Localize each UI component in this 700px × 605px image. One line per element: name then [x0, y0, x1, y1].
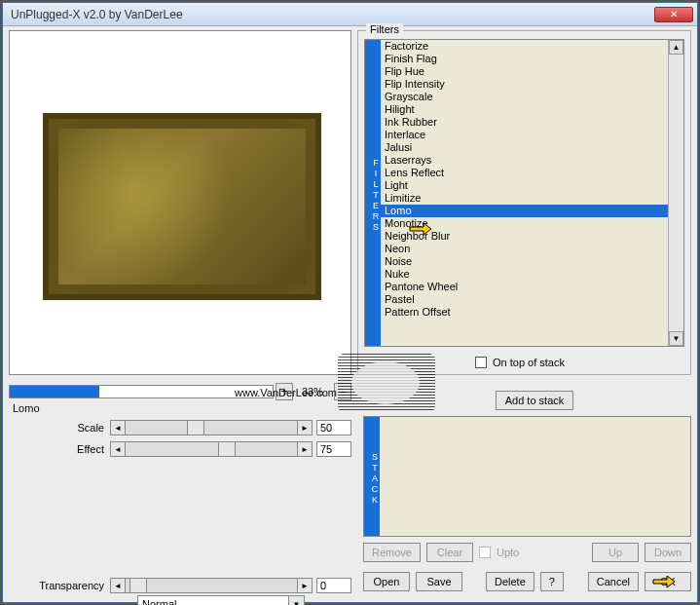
- filters-strip: FILTERS: [365, 40, 381, 346]
- filter-item[interactable]: Grayscale: [381, 91, 668, 103]
- filter-item[interactable]: Hilight: [381, 103, 668, 116]
- filter-item[interactable]: Lens Reflect: [381, 167, 668, 179]
- title-bar[interactable]: UnPlugged-X v2.0 by VanDerLee ✕: [3, 3, 697, 26]
- upto-group: Upto: [479, 547, 519, 558]
- filter-item[interactable]: Neighbor Blur: [381, 230, 668, 243]
- blend-value: Normal: [142, 598, 176, 605]
- close-button[interactable]: ✕: [654, 7, 693, 22]
- transp-thumb[interactable]: [129, 578, 147, 593]
- help-button[interactable]: ?: [540, 572, 564, 591]
- param-effect-row: Effect ◄ ►: [9, 439, 351, 459]
- down-button[interactable]: Down: [645, 543, 691, 562]
- remove-button[interactable]: Remove: [363, 543, 421, 562]
- effect-value[interactable]: [316, 441, 351, 457]
- scale-slider: ◄ ►: [110, 420, 313, 435]
- open-button[interactable]: Open: [363, 572, 410, 591]
- filter-item[interactable]: Laserrays: [381, 154, 668, 167]
- scale-right-arrow[interactable]: ►: [297, 420, 313, 435]
- upto-checkbox[interactable]: [479, 547, 491, 558]
- filter-item[interactable]: Jalusi: [381, 141, 668, 154]
- filter-item[interactable]: Pattern Offset: [381, 306, 668, 319]
- delete-button[interactable]: Delete: [486, 572, 534, 591]
- filter-item[interactable]: Pastel: [381, 293, 668, 306]
- filter-item[interactable]: Nuke: [381, 268, 668, 281]
- stack-listbox: STACK: [363, 416, 691, 537]
- scale-thumb[interactable]: [187, 420, 204, 435]
- clear-button[interactable]: Clear: [426, 543, 473, 562]
- stack-buttons-row: Remove Clear Upto Up Down: [363, 543, 691, 562]
- effect-track[interactable]: [126, 441, 297, 457]
- filter-item[interactable]: Factorize: [381, 40, 668, 53]
- zoom-fill: [10, 386, 99, 397]
- filter-item[interactable]: Noise: [381, 255, 668, 268]
- scroll-down-icon[interactable]: ▼: [669, 331, 683, 346]
- filter-item[interactable]: Interlace: [381, 129, 668, 141]
- stack-inner[interactable]: [380, 417, 690, 536]
- transparency-row: Transparency ◄ ►: [9, 576, 351, 597]
- on-top-row: On top of stack: [475, 357, 565, 368]
- filter-item[interactable]: Pantone Wheel: [381, 281, 668, 293]
- blend-row: Normal ▼: [9, 595, 351, 605]
- transparency-value[interactable]: [316, 578, 351, 593]
- current-filter-label: Lomo: [13, 402, 40, 414]
- scale-value[interactable]: [316, 420, 351, 435]
- filter-item[interactable]: Light: [381, 179, 668, 192]
- effect-thumb[interactable]: [218, 441, 236, 457]
- filter-item[interactable]: Monotize: [381, 217, 668, 230]
- blend-mode-select[interactable]: Normal ▼: [137, 595, 305, 605]
- ok-button[interactable]: OK: [645, 572, 691, 591]
- params-panel: Scale ◄ ► Effect ◄ ►: [9, 418, 351, 461]
- filter-item[interactable]: Ink Rubber: [381, 116, 668, 129]
- dialog-window: UnPlugged-X v2.0 by VanDerLee ✕ + 33% – …: [2, 2, 698, 603]
- transparency-slider: ◄ ►: [110, 578, 313, 593]
- add-to-stack-button[interactable]: Add to stack: [496, 391, 573, 410]
- chevron-down-icon: ▼: [288, 596, 304, 605]
- filters-group: Filters FILTERS FactorizeFinish FlagFlip…: [357, 30, 691, 375]
- filter-list-inner[interactable]: FactorizeFinish FlagFlip HueFlip Intensi…: [381, 40, 668, 346]
- transparency-label: Transparency: [9, 580, 110, 591]
- stack-strip: STACK: [364, 417, 380, 536]
- transp-right-arrow[interactable]: ►: [297, 578, 313, 593]
- filter-item[interactable]: Flip Intensity: [381, 78, 668, 91]
- scale-label: Scale: [9, 422, 110, 434]
- on-top-checkbox[interactable]: [475, 357, 487, 368]
- save-button[interactable]: Save: [416, 572, 462, 591]
- filter-item[interactable]: Lomo: [381, 205, 668, 217]
- transp-left-arrow[interactable]: ◄: [110, 578, 126, 593]
- scroll-up-icon[interactable]: ▲: [669, 40, 683, 55]
- effect-slider: ◄ ►: [110, 441, 313, 457]
- scale-track[interactable]: [126, 420, 297, 435]
- filter-item[interactable]: Flip Hue: [381, 65, 668, 78]
- filter-listbox: FILTERS FactorizeFinish FlagFlip HueFlip…: [364, 39, 684, 347]
- bottom-buttons-row: Open Save Delete ? Cancel OK: [363, 572, 691, 591]
- client-area: + 33% – Lomo Scale ◄ ► Effect ◄ ►: [3, 26, 697, 602]
- filter-item[interactable]: Limitize: [381, 192, 668, 205]
- effect-left-arrow[interactable]: ◄: [110, 441, 126, 457]
- vendor-url: www.VanDerLee.com: [235, 387, 337, 398]
- filter-scrollbar[interactable]: ▲ ▼: [668, 40, 683, 346]
- filter-item[interactable]: Neon: [381, 243, 668, 255]
- param-scale-row: Scale ◄ ►: [9, 418, 351, 437]
- transp-track[interactable]: [126, 578, 297, 593]
- upto-label: Upto: [497, 547, 519, 558]
- effect-label: Effect: [9, 443, 110, 455]
- scale-left-arrow[interactable]: ◄: [110, 420, 126, 435]
- filters-legend: Filters: [366, 23, 403, 35]
- cancel-button[interactable]: Cancel: [588, 572, 639, 591]
- filter-item[interactable]: Finish Flag: [381, 53, 668, 65]
- on-top-label: On top of stack: [493, 357, 565, 368]
- window-title: UnPlugged-X v2.0 by VanDerLee: [7, 8, 654, 21]
- preview-image[interactable]: [43, 113, 321, 300]
- effect-right-arrow[interactable]: ►: [297, 441, 313, 457]
- preview-panel: [9, 30, 351, 375]
- up-button[interactable]: Up: [592, 543, 639, 562]
